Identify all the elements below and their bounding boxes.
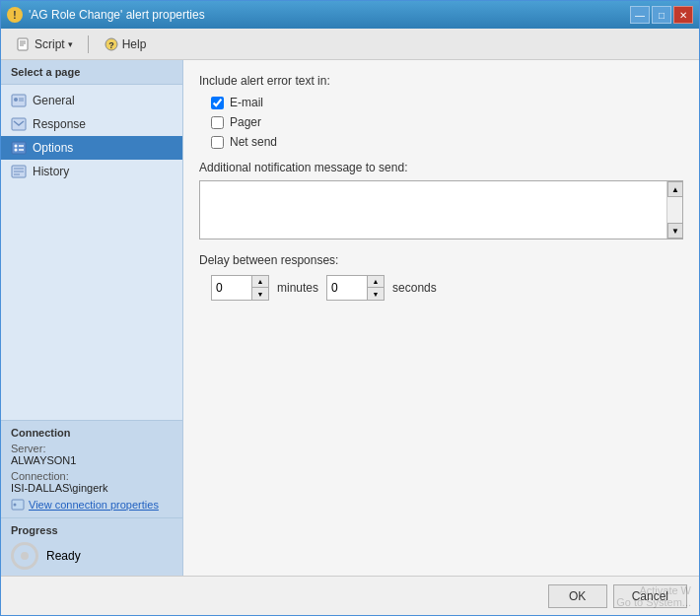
- notification-textarea-container: ▲ ▼: [199, 180, 683, 240]
- script-button[interactable]: Script ▾: [9, 34, 80, 55]
- maximize-button[interactable]: □: [652, 6, 671, 24]
- connection-link-text: View connection properties: [29, 499, 159, 511]
- history-icon: [11, 164, 27, 179]
- svg-point-12: [15, 145, 18, 148]
- title-bar: ! 'AG Role Change' alert properties — □ …: [1, 1, 699, 29]
- sidebar-items: General Response: [1, 85, 182, 420]
- script-icon: [16, 36, 32, 52]
- help-icon: ?: [104, 36, 119, 52]
- sidebar-item-general[interactable]: General: [1, 89, 182, 112]
- options-label: Options: [33, 141, 73, 155]
- seconds-decrement-button[interactable]: ▼: [368, 288, 384, 300]
- delay-inputs: ▲ ▼ minutes ▲ ▼ seconds: [199, 275, 683, 301]
- notification-textarea[interactable]: [200, 181, 666, 239]
- progress-title: Progress: [11, 524, 173, 536]
- minutes-input-group: ▲ ▼: [211, 275, 269, 301]
- progress-section: Progress Ready: [1, 517, 182, 576]
- sidebar-section-title: Select a page: [1, 60, 182, 85]
- connection-section: Connection Server: ALWAYSON1 Connection:…: [1, 420, 182, 517]
- spinner-inner: [21, 552, 29, 560]
- email-label: E-mail: [230, 96, 263, 109]
- connection-value: ISI-DALLAS\gingerk: [11, 482, 173, 494]
- minimize-button[interactable]: —: [630, 6, 650, 24]
- minutes-increment-button[interactable]: ▲: [252, 276, 268, 288]
- connection-title: Connection: [11, 427, 173, 439]
- email-checkbox-item: E-mail: [199, 96, 683, 109]
- script-label: Script: [35, 37, 65, 51]
- seconds-increment-button[interactable]: ▲: [368, 276, 384, 288]
- progress-status: Ready: [46, 549, 81, 563]
- main-content: Select a page General: [1, 60, 699, 576]
- help-label: Help: [122, 37, 147, 51]
- sidebar-item-options[interactable]: Options: [1, 136, 182, 160]
- sidebar-item-response[interactable]: Response: [1, 112, 182, 136]
- view-connection-properties-link[interactable]: View connection properties: [11, 498, 173, 512]
- script-dropdown-arrow: ▾: [68, 39, 73, 49]
- svg-text:?: ?: [108, 40, 114, 50]
- minutes-spinner-buttons: ▲ ▼: [251, 276, 268, 300]
- history-label: History: [33, 165, 69, 178]
- progress-content: Ready: [11, 542, 173, 570]
- netsend-checkbox-item: Net send: [199, 135, 683, 149]
- response-icon: [11, 116, 27, 132]
- help-button[interactable]: ? Help: [97, 34, 154, 55]
- pager-label: Pager: [230, 115, 261, 129]
- connection-label: Connection:: [11, 470, 173, 482]
- svg-rect-10: [12, 118, 26, 130]
- seconds-input[interactable]: [327, 279, 367, 297]
- email-checkbox[interactable]: [211, 97, 224, 109]
- sidebar: Select a page General: [1, 60, 183, 576]
- textarea-scrollbar: ▲ ▼: [666, 181, 682, 239]
- server-label: Server:: [11, 443, 173, 454]
- include-label: Include alert error text in:: [199, 74, 683, 88]
- pager-checkbox[interactable]: [211, 116, 224, 129]
- seconds-spinner-buttons: ▲ ▼: [367, 276, 384, 300]
- footer: OK Cancel Activate W Go to System...: [1, 576, 699, 615]
- general-icon: [11, 93, 27, 108]
- minutes-decrement-button[interactable]: ▼: [252, 288, 268, 300]
- options-icon: [11, 140, 27, 156]
- minutes-input[interactable]: [212, 279, 251, 297]
- svg-point-13: [15, 149, 18, 152]
- sidebar-item-history[interactable]: History: [1, 160, 182, 183]
- connection-link-icon: [11, 498, 25, 512]
- seconds-input-group: ▲ ▼: [326, 275, 385, 301]
- svg-point-7: [14, 98, 18, 102]
- cancel-button[interactable]: Cancel: [613, 584, 687, 608]
- delay-label: Delay between responses:: [199, 253, 683, 267]
- window-title: 'AG Role Change' alert properties: [29, 8, 205, 22]
- server-value: ALWAYSON1: [11, 454, 173, 466]
- seconds-unit-label: seconds: [392, 281, 437, 295]
- title-bar-left: ! 'AG Role Change' alert properties: [7, 7, 205, 23]
- delay-section: Delay between responses: ▲ ▼ minutes ▲: [199, 253, 683, 301]
- netsend-checkbox[interactable]: [211, 136, 224, 149]
- general-label: General: [33, 94, 75, 107]
- close-button[interactable]: ✕: [673, 6, 693, 24]
- toolbar: Script ▾ ? Help: [1, 29, 699, 60]
- netsend-label: Net send: [230, 135, 277, 149]
- notification-section: Additional notification message to send:…: [199, 161, 683, 240]
- ok-button[interactable]: OK: [548, 584, 607, 608]
- svg-point-21: [14, 504, 17, 507]
- notification-label: Additional notification message to send:: [199, 161, 683, 174]
- title-buttons: — □ ✕: [630, 6, 693, 24]
- content-area: Include alert error text in: E-mail Page…: [183, 60, 699, 576]
- scroll-down-button[interactable]: ▼: [667, 223, 683, 239]
- progress-spinner: [11, 542, 38, 570]
- svg-rect-11: [12, 142, 26, 154]
- toolbar-separator: [88, 35, 89, 53]
- scroll-up-button[interactable]: ▲: [667, 181, 683, 197]
- main-window: ! 'AG Role Change' alert properties — □ …: [0, 0, 700, 616]
- minutes-unit-label: minutes: [277, 281, 318, 295]
- pager-checkbox-item: Pager: [199, 115, 683, 129]
- response-label: Response: [33, 117, 86, 131]
- svg-rect-0: [18, 38, 28, 50]
- window-icon: !: [7, 7, 23, 23]
